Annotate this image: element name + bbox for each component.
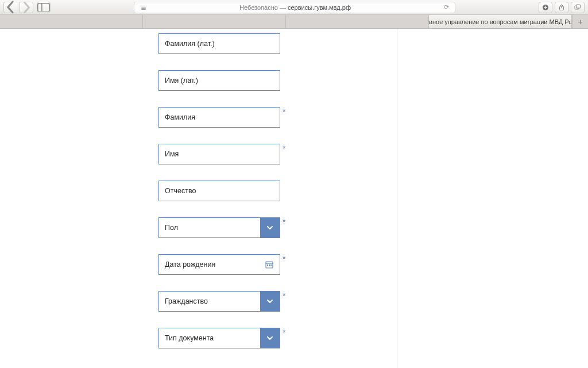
svg-rect-9 <box>269 264 270 266</box>
address-bar[interactable]: ≣ Небезопасно — сервисы.гувм.мвд.рф ⟳ <box>134 2 455 13</box>
content-divider <box>397 29 397 368</box>
share-button[interactable] <box>555 2 568 13</box>
chevron-down-icon[interactable] <box>260 292 280 311</box>
chevron-down-icon[interactable] <box>260 218 280 237</box>
svg-rect-8 <box>267 264 268 266</box>
required-icon: * <box>283 144 285 153</box>
reader-icon[interactable]: ≣ <box>138 3 149 12</box>
new-tab-button[interactable]: + <box>572 15 588 28</box>
required-icon: * <box>283 328 285 337</box>
surname-input[interactable]: Фамилия <box>158 107 280 128</box>
svg-rect-10 <box>270 264 272 266</box>
tabs-button[interactable] <box>571 2 585 13</box>
downloads-button[interactable] <box>539 2 552 13</box>
required-icon: * <box>283 107 285 116</box>
tab-bar: Главное управление по вопросам миграции … <box>0 15 588 29</box>
name-input[interactable]: Имя <box>158 144 280 164</box>
browser-toolbar: ≣ Небезопасно — сервисы.гувм.мвд.рф ⟳ <box>0 0 588 15</box>
field-citizenship: Гражданство * <box>158 291 423 312</box>
field-surname-lat: Фамилия (лат.) <box>158 33 423 54</box>
required-icon: * <box>283 217 285 227</box>
field-doc-type: Тип документа * <box>158 328 423 348</box>
field-gender: Пол * <box>158 217 423 238</box>
tab-1[interactable] <box>0 15 143 28</box>
gender-select[interactable]: Пол <box>158 217 280 238</box>
address-text: Небезопасно — сервисы.гувм.мвд.рф <box>149 4 441 11</box>
form: Фамилия (лат.) Имя (лат.) Фамилия * Имя … <box>158 33 423 368</box>
surname-lat-input[interactable]: Фамилия (лат.) <box>158 33 280 54</box>
svg-rect-5 <box>577 5 581 8</box>
svg-rect-0 <box>38 3 49 11</box>
reload-icon[interactable]: ⟳ <box>441 3 451 11</box>
birthdate-input[interactable]: Дата рождения <box>158 254 280 275</box>
sidebar-button[interactable] <box>37 2 51 13</box>
field-name-lat: Имя (лат.) <box>158 70 423 91</box>
page-viewport: Фамилия (лат.) Имя (лат.) Фамилия * Имя … <box>0 29 588 368</box>
tab-2[interactable] <box>143 15 286 28</box>
patronymic-input[interactable]: Отчество <box>158 181 280 201</box>
doc-type-select[interactable]: Тип документа <box>158 328 280 348</box>
field-surname: Фамилия * <box>158 107 423 128</box>
chevron-down-icon[interactable] <box>260 328 280 348</box>
required-icon: * <box>283 291 285 300</box>
name-lat-input[interactable]: Имя (лат.) <box>158 70 280 91</box>
field-patronymic: Отчество <box>158 181 423 201</box>
back-button[interactable] <box>3 2 17 13</box>
forward-button[interactable] <box>20 2 33 13</box>
tab-4-active[interactable]: Главное управление по вопросам миграции … <box>429 15 572 28</box>
field-name: Имя * <box>158 144 423 164</box>
field-birthdate: Дата рождения * <box>158 254 423 275</box>
citizenship-select[interactable]: Гражданство <box>158 291 280 312</box>
required-icon: * <box>283 254 285 263</box>
calendar-icon[interactable] <box>261 255 277 274</box>
tab-3[interactable] <box>286 15 429 28</box>
